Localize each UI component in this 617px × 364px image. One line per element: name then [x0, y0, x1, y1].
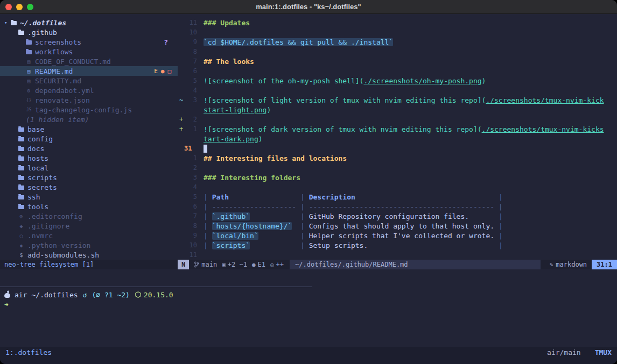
close-button[interactable] — [5, 4, 12, 10]
folder-icon — [18, 185, 24, 190]
editor-line[interactable]: 1## Interesting files and locations — [178, 153, 617, 163]
titlebar[interactable]: main:1:.dotfiles - "ks~/.dotfiles" — [0, 0, 617, 14]
segment-pipe: | — [494, 193, 503, 201]
line-text: | `local/bin` | Helper scripts that I've… — [204, 232, 503, 240]
tree-item-.editorconfig[interactable]: ⚙.editorconfig — [0, 211, 178, 221]
editor-line[interactable]: 10| `scripts` | Setup scripts. | — [178, 240, 617, 250]
node-version-segment: 20.15.0 — [135, 291, 173, 299]
tree-item-add-submodules.sh[interactable]: $add-submodules.sh — [0, 250, 178, 260]
tree-item-renovate.json[interactable]: {}renovate.json — [0, 95, 178, 105]
editor-line[interactable]: 5| Path | Description | — [178, 192, 617, 202]
editor-line[interactable]: 8 — [178, 47, 617, 56]
editor-line[interactable]: 9`cd $HOME/.dotfiles && git pull && ./in… — [178, 37, 617, 47]
prompt-arrow: ➜ — [4, 299, 617, 309]
line-text: | `scripts` | Setup scripts. | — [204, 241, 503, 249]
tree-item-docs[interactable]: docs — [0, 144, 178, 153]
tree-item-label: .gitignore — [27, 222, 69, 230]
tree-item-.gitignore[interactable]: ◆.gitignore — [0, 221, 178, 231]
neo-tree-sidebar[interactable]: ▾~/.dotfiles.githubscreenshots?workflows… — [0, 18, 178, 260]
git-sign-added: + — [178, 125, 184, 133]
line-number: 3 — [184, 174, 197, 181]
folder-icon — [18, 31, 24, 35]
tmux-window-item[interactable]: 1:.dotfiles — [5, 348, 52, 356]
editor-line[interactable]: 3### Interesting folders — [178, 173, 617, 182]
tree-item-base[interactable]: base — [0, 124, 178, 134]
tree-item-.python-version[interactable]: ◆.python-version — [0, 240, 178, 250]
editor-line[interactable]: 10 — [178, 27, 617, 37]
line-text: ## The looks — [204, 58, 254, 66]
segment-pipe: | — [204, 193, 212, 201]
tree-item-label: .editorconfig — [27, 212, 82, 220]
editor-pane[interactable]: 11### Updates 10 9`cd $HOME/.dotfiles &&… — [178, 18, 617, 260]
segment-pun: ) — [258, 135, 263, 143]
editor-line[interactable]: 4 — [178, 182, 617, 192]
tree-item-secrets[interactable]: secrets — [0, 182, 178, 192]
tree-item-1-hidden-item[interactable]: (1 hidden item) — [0, 115, 178, 124]
tree-item-config[interactable]: config — [0, 134, 178, 144]
folder-icon — [18, 195, 24, 199]
tree-item-.github[interactable]: .github — [0, 27, 178, 37]
tree-item-label: scripts — [27, 174, 57, 182]
editor-line[interactable]: 7| `.github` | GitHub Repository configu… — [178, 211, 617, 221]
line-number: 1 — [184, 154, 197, 162]
flags-text: ++ — [276, 261, 284, 268]
tree-item-label: config — [27, 135, 53, 143]
tree-item-dependabot.yml[interactable]: ⚙dependabot.yml — [0, 85, 178, 95]
tree-item-scripts[interactable]: scripts — [0, 173, 178, 182]
segment-pipe: | — [204, 241, 212, 249]
minimize-button[interactable] — [16, 4, 23, 10]
editor-line[interactable]: 6 — [178, 66, 617, 76]
editor-line[interactable]: 6| -------------------- | --------------… — [178, 202, 617, 211]
line-number: 1 — [184, 125, 197, 133]
folder-icon — [11, 21, 17, 25]
tree-item-.dotfiles[interactable]: ▾~/.dotfiles — [0, 18, 178, 27]
shell-prompt: air ~/.dotfiles ↺ (⌀ ?1 ~2) 20.15.0 — [4, 290, 617, 299]
tree-item-tag-changelog-config.js[interactable]: JStag-changelog-config.js — [0, 105, 178, 115]
editor-line[interactable]: ~3![screenshot of light version of tmux … — [178, 95, 617, 105]
editor-line[interactable]: 31 — [178, 144, 617, 153]
line-text: `cd $HOME/.dotfiles && git pull && ./ins… — [204, 38, 393, 46]
editor-line[interactable]: 5![screenshot of the oh-my-posh shell](.… — [178, 76, 617, 85]
editor-line[interactable]: +2 — [178, 115, 617, 124]
diagnostics-icon: ● — [252, 261, 256, 268]
tree-item-workflows[interactable]: workflows — [0, 47, 178, 56]
tree-item-hosts[interactable]: hosts — [0, 153, 178, 163]
tmux-top-pane: ▾~/.dotfiles.githubscreenshots?workflows… — [0, 14, 617, 260]
segment-link: ![screenshot of dark version of tmux wit… — [204, 125, 478, 133]
tmux-session-name: air/main — [547, 348, 581, 356]
line-text: ### Interesting folders — [204, 174, 300, 182]
tree-item-.nvmrc[interactable]: ○.nvmrc — [0, 231, 178, 240]
segment-h2: ## The looks — [204, 58, 254, 66]
git-sign-changed: ~ — [178, 96, 184, 104]
editor-line[interactable]: 2 — [178, 163, 617, 173]
tree-item-screenshots[interactable]: screenshots? — [0, 37, 178, 47]
segment-h3: ### Updates — [204, 19, 250, 27]
line-number: 10 — [184, 241, 197, 249]
line-number: 7 — [184, 212, 197, 220]
tree-item-local[interactable]: local — [0, 163, 178, 173]
zoom-button[interactable] — [27, 4, 33, 10]
shell-pane[interactable]: air ~/.dotfiles ↺ (⌀ ?1 ~2) 20.15.0 ➜ — [0, 287, 617, 309]
editor-line[interactable]: tart-dark.png) — [178, 134, 617, 144]
tree-item-code-of-conduct.md[interactable]: ▤CODE_OF_CONDUCT.md — [0, 56, 178, 66]
line-number: 9 — [184, 38, 197, 46]
editor-line[interactable]: 7## The looks — [178, 56, 617, 66]
editor-line[interactable]: start-light.png) — [178, 105, 617, 115]
editor-line[interactable]: 11 — [178, 250, 617, 260]
editor-line[interactable]: +1![screenshot of dark version of tmux w… — [178, 124, 617, 134]
diagnostics-count: E1 — [258, 261, 265, 268]
expander-icon[interactable]: ▾ — [4, 20, 11, 25]
tree-item-readme.md[interactable]: ▤README.mdE●□ — [0, 66, 178, 76]
editor-line[interactable]: 11### Updates — [178, 18, 617, 27]
tree-item-ssh[interactable]: ssh — [0, 192, 178, 202]
tree-item-security.md[interactable]: ▤SECURITY.md — [0, 76, 178, 85]
editor-line[interactable]: 4 — [178, 85, 617, 95]
tree-item-tools[interactable]: tools — [0, 202, 178, 211]
editor-line[interactable]: 8| `hosts/{hostname}/` | Configs that sh… — [178, 221, 617, 231]
segment-link: ![screenshot of the oh-my-posh shell] — [204, 77, 360, 85]
segment-h2: ## Interesting files and locations — [204, 154, 347, 162]
segment-fg: GitHub Repository configuration files. — [309, 212, 494, 220]
editor-line[interactable]: 9| `local/bin` | Helper scripts that I'v… — [178, 231, 617, 240]
terminal-empty-area[interactable] — [0, 309, 617, 347]
tmux-right-status: air/main TMUX — [547, 348, 612, 356]
